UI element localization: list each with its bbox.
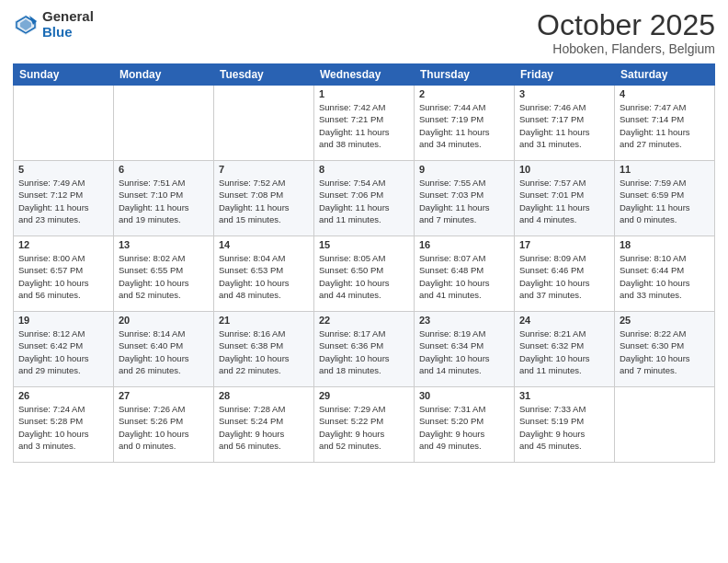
weekday-header-row: SundayMondayTuesdayWednesdayThursdayFrid… [14, 64, 715, 86]
calendar-week-row: 1Sunrise: 7:42 AM Sunset: 7:21 PM Daylig… [14, 86, 715, 161]
calendar-cell: 21Sunrise: 8:16 AM Sunset: 6:38 PM Dayli… [214, 312, 314, 387]
calendar-cell: 30Sunrise: 7:31 AM Sunset: 5:20 PM Dayli… [415, 387, 515, 463]
day-info: Sunrise: 8:09 AM Sunset: 6:46 PM Dayligh… [519, 252, 609, 301]
day-number: 23 [419, 315, 509, 326]
day-info: Sunrise: 7:26 AM Sunset: 5:26 PM Dayligh… [119, 403, 209, 452]
header: General Blue October 2025 Hoboken, Fland… [13, 9, 715, 56]
calendar-cell: 31Sunrise: 7:33 AM Sunset: 5:19 PM Dayli… [515, 387, 615, 463]
day-info: Sunrise: 8:05 AM Sunset: 6:50 PM Dayligh… [319, 252, 409, 301]
weekday-header: Saturday [615, 64, 715, 86]
day-info: Sunrise: 8:00 AM Sunset: 6:57 PM Dayligh… [18, 252, 108, 301]
day-info: Sunrise: 7:52 AM Sunset: 7:08 PM Dayligh… [219, 177, 309, 225]
day-number: 25 [620, 315, 710, 326]
day-info: Sunrise: 7:49 AM Sunset: 7:12 PM Dayligh… [18, 177, 108, 225]
day-info: Sunrise: 8:17 AM Sunset: 6:36 PM Dayligh… [319, 327, 409, 376]
day-number: 29 [319, 390, 409, 401]
day-info: Sunrise: 7:57 AM Sunset: 7:01 PM Dayligh… [519, 177, 609, 225]
calendar-cell: 17Sunrise: 8:09 AM Sunset: 6:46 PM Dayli… [515, 236, 615, 312]
calendar-cell: 19Sunrise: 8:12 AM Sunset: 6:42 PM Dayli… [14, 312, 114, 387]
day-number: 26 [18, 390, 108, 401]
calendar-cell [214, 86, 314, 161]
calendar-cell: 20Sunrise: 8:14 AM Sunset: 6:40 PM Dayli… [114, 312, 214, 387]
day-info: Sunrise: 8:21 AM Sunset: 6:32 PM Dayligh… [519, 327, 609, 376]
day-number: 2 [419, 88, 509, 99]
weekday-header: Sunday [14, 64, 114, 86]
calendar-cell: 5Sunrise: 7:49 AM Sunset: 7:12 PM Daylig… [14, 161, 114, 236]
calendar-cell [114, 86, 214, 161]
day-info: Sunrise: 8:16 AM Sunset: 6:38 PM Dayligh… [219, 327, 309, 376]
day-info: Sunrise: 8:07 AM Sunset: 6:48 PM Dayligh… [419, 252, 509, 301]
calendar-cell: 10Sunrise: 7:57 AM Sunset: 7:01 PM Dayli… [515, 161, 615, 236]
day-info: Sunrise: 7:24 AM Sunset: 5:28 PM Dayligh… [18, 403, 108, 452]
day-number: 20 [119, 315, 209, 326]
calendar-table: SundayMondayTuesdayWednesdayThursdayFrid… [13, 63, 715, 463]
day-info: Sunrise: 8:04 AM Sunset: 6:53 PM Dayligh… [219, 252, 309, 301]
calendar-cell: 7Sunrise: 7:52 AM Sunset: 7:08 PM Daylig… [214, 161, 314, 236]
calendar-cell: 26Sunrise: 7:24 AM Sunset: 5:28 PM Dayli… [14, 387, 114, 463]
calendar-cell: 22Sunrise: 8:17 AM Sunset: 6:36 PM Dayli… [314, 312, 415, 387]
calendar-cell: 6Sunrise: 7:51 AM Sunset: 7:10 PM Daylig… [114, 161, 214, 236]
day-info: Sunrise: 7:46 AM Sunset: 7:17 PM Dayligh… [519, 101, 609, 150]
logo-icon [13, 12, 39, 38]
day-info: Sunrise: 8:10 AM Sunset: 6:44 PM Dayligh… [620, 252, 710, 301]
day-number: 10 [519, 164, 609, 175]
calendar-week-row: 5Sunrise: 7:49 AM Sunset: 7:12 PM Daylig… [14, 161, 715, 236]
calendar-week-row: 12Sunrise: 8:00 AM Sunset: 6:57 PM Dayli… [14, 236, 715, 312]
calendar-cell: 28Sunrise: 7:28 AM Sunset: 5:24 PM Dayli… [214, 387, 314, 463]
day-info: Sunrise: 8:02 AM Sunset: 6:55 PM Dayligh… [119, 252, 209, 301]
day-info: Sunrise: 7:55 AM Sunset: 7:03 PM Dayligh… [419, 177, 509, 225]
calendar-week-row: 26Sunrise: 7:24 AM Sunset: 5:28 PM Dayli… [14, 387, 715, 463]
weekday-header: Monday [114, 64, 214, 86]
calendar-cell: 8Sunrise: 7:54 AM Sunset: 7:06 PM Daylig… [314, 161, 415, 236]
calendar-cell [615, 387, 715, 463]
day-number: 13 [119, 239, 209, 250]
day-number: 7 [219, 164, 309, 175]
calendar-cell: 3Sunrise: 7:46 AM Sunset: 7:17 PM Daylig… [515, 86, 615, 161]
calendar-cell: 18Sunrise: 8:10 AM Sunset: 6:44 PM Dayli… [615, 236, 715, 312]
day-number: 21 [219, 315, 309, 326]
day-number: 14 [219, 239, 309, 250]
weekday-header: Thursday [415, 64, 515, 86]
calendar-cell: 1Sunrise: 7:42 AM Sunset: 7:21 PM Daylig… [314, 86, 415, 161]
location: Hoboken, Flanders, Belgium [537, 41, 715, 56]
title-block: October 2025 Hoboken, Flanders, Belgium [537, 9, 715, 56]
day-number: 22 [319, 315, 409, 326]
day-number: 18 [620, 239, 710, 250]
day-number: 24 [519, 315, 609, 326]
calendar-cell: 15Sunrise: 8:05 AM Sunset: 6:50 PM Dayli… [314, 236, 415, 312]
calendar-cell: 27Sunrise: 7:26 AM Sunset: 5:26 PM Dayli… [114, 387, 214, 463]
day-number: 9 [419, 164, 509, 175]
calendar-cell: 24Sunrise: 8:21 AM Sunset: 6:32 PM Dayli… [515, 312, 615, 387]
calendar-week-row: 19Sunrise: 8:12 AM Sunset: 6:42 PM Dayli… [14, 312, 715, 387]
day-info: Sunrise: 8:14 AM Sunset: 6:40 PM Dayligh… [119, 327, 209, 376]
calendar-cell: 11Sunrise: 7:59 AM Sunset: 6:59 PM Dayli… [615, 161, 715, 236]
logo: General Blue [13, 9, 94, 40]
calendar-cell: 2Sunrise: 7:44 AM Sunset: 7:19 PM Daylig… [415, 86, 515, 161]
logo-text: General Blue [42, 9, 94, 40]
page: General Blue October 2025 Hoboken, Fland… [0, 0, 728, 563]
day-number: 31 [519, 390, 609, 401]
calendar-cell: 14Sunrise: 8:04 AM Sunset: 6:53 PM Dayli… [214, 236, 314, 312]
day-info: Sunrise: 8:19 AM Sunset: 6:34 PM Dayligh… [419, 327, 509, 376]
logo-blue: Blue [42, 24, 73, 40]
calendar-cell: 23Sunrise: 8:19 AM Sunset: 6:34 PM Dayli… [415, 312, 515, 387]
calendar-cell: 16Sunrise: 8:07 AM Sunset: 6:48 PM Dayli… [415, 236, 515, 312]
day-number: 12 [18, 239, 108, 250]
calendar-cell: 4Sunrise: 7:47 AM Sunset: 7:14 PM Daylig… [615, 86, 715, 161]
day-number: 6 [119, 164, 209, 175]
day-info: Sunrise: 7:47 AM Sunset: 7:14 PM Dayligh… [620, 101, 710, 150]
day-number: 16 [419, 239, 509, 250]
day-info: Sunrise: 7:54 AM Sunset: 7:06 PM Dayligh… [319, 177, 409, 225]
day-info: Sunrise: 7:29 AM Sunset: 5:22 PM Dayligh… [319, 403, 409, 452]
day-number: 15 [319, 239, 409, 250]
day-number: 19 [18, 315, 108, 326]
calendar-cell: 9Sunrise: 7:55 AM Sunset: 7:03 PM Daylig… [415, 161, 515, 236]
logo-general: General [42, 8, 94, 24]
day-number: 11 [620, 164, 710, 175]
day-number: 17 [519, 239, 609, 250]
weekday-header: Friday [515, 64, 615, 86]
calendar-cell: 25Sunrise: 8:22 AM Sunset: 6:30 PM Dayli… [615, 312, 715, 387]
day-number: 8 [319, 164, 409, 175]
day-number: 3 [519, 88, 609, 99]
weekday-header: Tuesday [214, 64, 314, 86]
